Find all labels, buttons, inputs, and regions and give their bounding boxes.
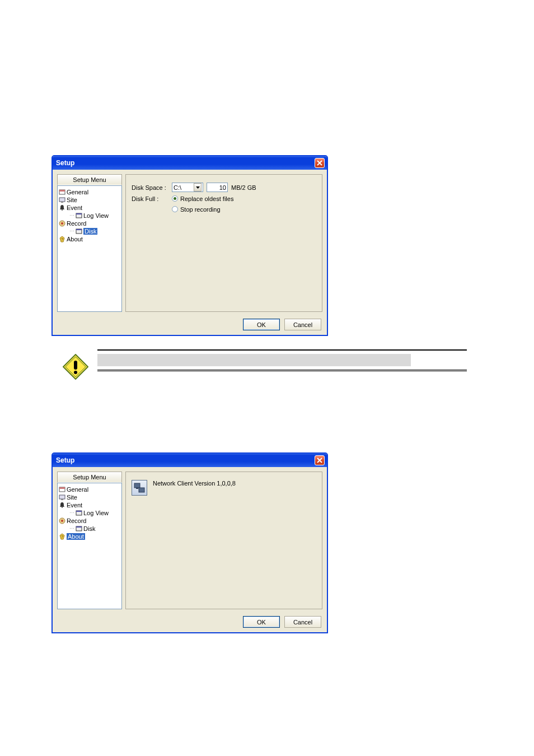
tree-item-general[interactable]: General [59,486,120,493]
tree-item-record[interactable]: Record [59,220,120,227]
ok-button[interactable]: OK [243,319,280,330]
svg-rect-29 [139,488,144,492]
svg-rect-10 [76,229,82,230]
drive-combo[interactable]: C:\ [172,183,203,192]
svg-point-24 [61,520,63,522]
svg-rect-14 [74,361,77,370]
record-icon [59,517,65,524]
about-version-text: Network Client Version 1,0,0,8 [153,480,236,487]
divider [97,370,467,370]
close-icon [317,458,322,463]
tree-label: General [67,189,88,195]
disk-settings-panel: Disk Space : C:\ MB/2 GB Disk Full : Rep [125,174,322,312]
radio-stop-recording[interactable] [172,206,178,212]
disk-full-label: Disk Full : [132,195,168,202]
tree-connector-icon: ⋯ [69,526,74,531]
note-block [51,349,483,380]
tree-item-about[interactable]: ? About [59,235,120,243]
window-title: Setup [56,456,74,464]
drive-value: C:\ [174,184,181,191]
disk-space-input[interactable] [207,183,228,192]
tree-item-site[interactable]: Site [59,493,120,501]
close-button[interactable] [315,158,325,168]
setup-dialog-disk: Setup Setup Menu General [51,155,328,336]
card-icon [59,486,65,493]
tree-label: About [67,236,83,242]
tree-connector-icon: ⋯ [69,510,74,516]
cancel-button[interactable]: Cancel [284,616,321,628]
tree-connector-icon: ⋯ [69,228,74,234]
svg-rect-18 [59,495,65,499]
tree-item-logview[interactable]: ⋯ Log View [59,212,120,220]
tree-label: Event [67,502,82,508]
svg-rect-3 [61,202,63,203]
svg-rect-17 [59,487,65,489]
disk-space-suffix: MB/2 GB [231,184,256,191]
svg-rect-30 [136,488,138,489]
tree-label: Log View [83,510,109,516]
ok-button[interactable]: OK [243,616,280,628]
divider [97,371,467,371]
tree-label: Event [67,204,82,211]
setup-menu-header: Setup Menu [57,472,122,483]
radio-replace-oldest[interactable] [172,195,178,202]
tree-item-general[interactable]: General [59,188,120,196]
radio-replace-label: Replace oldest files [180,195,233,202]
radio-stop-label: Stop recording [180,206,221,213]
tree-item-event[interactable]: Event [59,204,120,212]
bell-icon [59,204,65,211]
setup-tree[interactable]: General Site Event [57,483,122,609]
window-title: Setup [56,159,74,167]
svg-rect-22 [76,511,82,512]
disk-icon [76,228,82,235]
titlebar[interactable]: Setup [53,156,327,170]
disk-icon [76,525,82,532]
cancel-button[interactable]: Cancel [284,319,321,330]
note-highlight [97,354,411,366]
tree-label: Log View [83,212,109,219]
titlebar[interactable]: Setup [53,454,327,467]
setup-tree[interactable]: General Site Event [57,185,122,312]
svg-text:?: ? [61,535,63,539]
tree-item-site[interactable]: Site [59,196,120,204]
question-icon: ? [59,533,65,540]
tree-item-about[interactable]: ? About [59,533,120,540]
tree-item-disk[interactable]: ⋯ Disk [59,227,120,235]
tree-label: Site [67,494,77,501]
tree-item-disk[interactable]: ⋯ Disk [59,525,120,533]
bell-icon [59,502,65,508]
disk-space-label: Disk Space : [132,184,168,191]
setup-dialog-about: Setup Setup Menu General [51,452,328,633]
tree-label-selected: Disk [83,228,97,235]
divider [97,349,467,351]
monitor-icon [59,494,65,501]
tree-item-logview[interactable]: ⋯ Log View [59,509,120,517]
chevron-down-icon [196,186,200,189]
caution-icon [63,354,88,380]
svg-rect-6 [76,213,82,214]
svg-rect-2 [59,198,65,202]
card-icon [59,189,65,195]
close-button[interactable] [315,455,325,465]
svg-rect-1 [59,190,65,192]
svg-text:?: ? [61,237,63,241]
tree-label: General [67,486,88,493]
tree-item-record[interactable]: Record [59,517,120,525]
svg-point-15 [74,371,77,374]
svg-point-4 [62,209,63,211]
svg-rect-19 [61,499,63,500]
tree-item-event[interactable]: Event [59,501,120,509]
question-icon: ? [59,236,65,242]
setup-menu-header: Setup Menu [57,174,122,185]
tree-label: Record [67,220,86,227]
record-icon [59,220,65,227]
svg-rect-28 [134,483,140,488]
monitor-icon [59,197,65,203]
tree-label: Site [67,197,77,203]
svg-rect-26 [76,526,82,528]
about-panel: Network Client Version 1,0,0,8 [125,472,322,609]
tree-label: Record [67,517,86,524]
about-app-icon [132,480,147,496]
combo-dropdown-button[interactable] [194,183,202,192]
svg-point-20 [62,507,63,508]
